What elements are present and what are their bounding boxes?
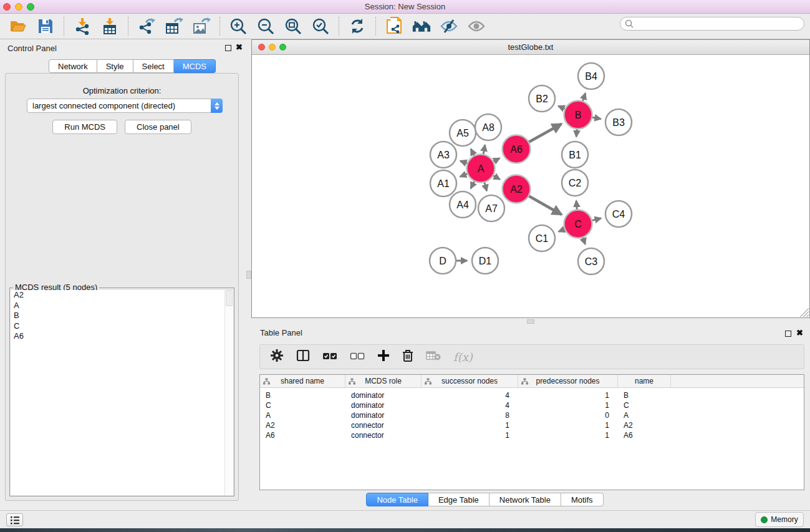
node-table[interactable]: shared nameMCDS rolesuccessor nodesprede… [259, 374, 804, 490]
zoom-out-icon[interactable] [256, 17, 275, 36]
tab-network-table[interactable]: Network Table [489, 493, 561, 506]
mcds-result-item[interactable]: B [11, 311, 224, 321]
new-network-from-file-icon[interactable] [385, 17, 403, 36]
mcds-result-item[interactable]: A6 [11, 331, 224, 342]
tab-style[interactable]: Style [97, 59, 133, 73]
import-network-icon[interactable] [73, 17, 92, 36]
open-session-icon[interactable] [9, 17, 27, 36]
table-cell[interactable]: dominator [345, 390, 422, 400]
tab-mcds[interactable]: MCDS [174, 59, 216, 73]
add-column-icon[interactable] [377, 349, 390, 364]
float-table-panel-icon[interactable] [785, 331, 791, 337]
delete-table-icon[interactable] [426, 351, 441, 363]
memory-button[interactable]: Memory [755, 512, 804, 527]
table-cell[interactable]: A6 [618, 430, 671, 440]
column-header-name[interactable]: name [618, 375, 671, 387]
node-A5[interactable]: A5 [450, 120, 476, 146]
close-table-panel-icon[interactable]: ✖ [796, 328, 803, 337]
table-cell[interactable]: A2 [618, 420, 671, 430]
table-row[interactable]: Bdominator41B [260, 390, 804, 400]
window-resize-grip[interactable] [800, 308, 809, 317]
table-row[interactable]: Adominator80A [260, 410, 804, 420]
column-header-shared-name[interactable]: shared name [260, 375, 345, 387]
node-D[interactable]: D [430, 248, 456, 274]
result-scrollbar[interactable] [224, 290, 233, 495]
export-table-icon[interactable] [165, 17, 183, 36]
table-cell[interactable]: 1 [518, 430, 618, 440]
edge-B-B2[interactable] [558, 106, 565, 109]
edge-C-C4[interactable] [592, 218, 601, 221]
table-cell[interactable]: 4 [422, 390, 518, 400]
task-history-button[interactable] [6, 513, 23, 526]
table-row[interactable]: A6connector11A6 [260, 430, 804, 440]
table-cell[interactable]: A6 [260, 430, 345, 440]
search-input[interactable] [634, 19, 804, 28]
node-A1[interactable]: A1 [430, 170, 456, 196]
edge-C-C2[interactable] [576, 201, 577, 210]
node-B1[interactable]: B1 [562, 142, 588, 168]
node-table-header[interactable]: shared nameMCDS rolesuccessor nodesprede… [260, 375, 804, 388]
edge-A-A4[interactable] [471, 181, 475, 188]
column-header-successor-nodes[interactable]: successor nodes [422, 375, 518, 387]
node-C[interactable]: C [564, 210, 592, 238]
node-A8[interactable]: A8 [475, 114, 501, 140]
zoom-selected-icon[interactable] [311, 17, 330, 36]
minimize-network-button[interactable] [269, 44, 276, 51]
table-cell[interactable]: 1 [422, 420, 518, 430]
table-row[interactable]: Cdominator41C [260, 400, 804, 410]
run-mcds-button[interactable]: Run MCDS [52, 120, 117, 134]
table-cell[interactable]: dominator [345, 410, 422, 420]
export-network-icon[interactable] [137, 17, 156, 36]
edge-A6-B[interactable] [529, 124, 562, 142]
function-builder-icon[interactable]: f(x) [453, 351, 473, 364]
table-cell[interactable]: 1 [518, 420, 618, 430]
table-cell[interactable]: 8 [422, 410, 518, 420]
table-cell[interactable]: connector [345, 420, 422, 430]
zoom-network-button[interactable] [279, 44, 286, 51]
close-network-button[interactable] [258, 44, 265, 51]
save-session-icon[interactable] [36, 17, 55, 36]
export-image-icon[interactable] [192, 17, 211, 36]
column-header-MCDS-role[interactable]: MCDS role [345, 375, 422, 387]
node-A6[interactable]: A6 [503, 135, 531, 163]
node-D1[interactable]: D1 [472, 248, 498, 274]
minimize-window-button[interactable] [15, 3, 22, 11]
edge-B-B4[interactable] [582, 93, 585, 101]
mcds-result-list[interactable]: A2ABCA6 [11, 290, 224, 495]
node-C3[interactable]: C3 [578, 248, 604, 274]
mcds-result-item[interactable]: C [11, 321, 224, 332]
edge-A-A6[interactable] [493, 158, 499, 162]
edge-A2-C[interactable] [529, 196, 562, 215]
close-panel-button[interactable]: Close panel [125, 120, 191, 134]
tab-edge-table[interactable]: Edge Table [428, 493, 489, 506]
node-A2[interactable]: A2 [503, 175, 531, 203]
tab-motifs[interactable]: Motifs [561, 493, 604, 506]
table-cell[interactable]: B [260, 390, 345, 400]
node-A4[interactable]: A4 [450, 191, 476, 218]
node-B2[interactable]: B2 [529, 85, 555, 112]
node-A[interactable]: A [467, 155, 495, 183]
show-panel-eye-icon[interactable] [467, 17, 486, 36]
table-cell[interactable]: 1 [422, 430, 518, 440]
edge-C-C1[interactable] [559, 229, 565, 231]
edge-A-A1[interactable] [460, 173, 468, 177]
node-B3[interactable]: B3 [605, 109, 632, 135]
refresh-layout-icon[interactable] [348, 17, 367, 36]
table-cell[interactable]: A [618, 410, 671, 420]
edge-C-C3[interactable] [582, 237, 585, 244]
table-cell[interactable]: A [260, 410, 345, 420]
network-canvas[interactable]: AA1A2A3A4A5A6A7A8BB1B2B3B4CC1C2C3C4DD1 [252, 56, 809, 317]
table-cell[interactable]: 4 [422, 400, 518, 410]
edge-A-A3[interactable] [460, 161, 468, 163]
desktop-horizontal-scrollbar[interactable] [527, 319, 534, 324]
table-cell[interactable]: dominator [345, 400, 422, 410]
search-field[interactable] [620, 17, 804, 31]
mcds-result-item[interactable]: A2 [11, 290, 224, 301]
node-A7[interactable]: A7 [478, 195, 504, 221]
hide-panel-eye-icon[interactable] [440, 17, 458, 36]
table-cell[interactable]: C [260, 400, 345, 410]
network-window-controls[interactable] [258, 44, 286, 51]
mcds-result-item[interactable]: A [11, 301, 224, 311]
edge-B-B1[interactable] [576, 128, 577, 137]
column-view-icon[interactable] [296, 349, 310, 364]
